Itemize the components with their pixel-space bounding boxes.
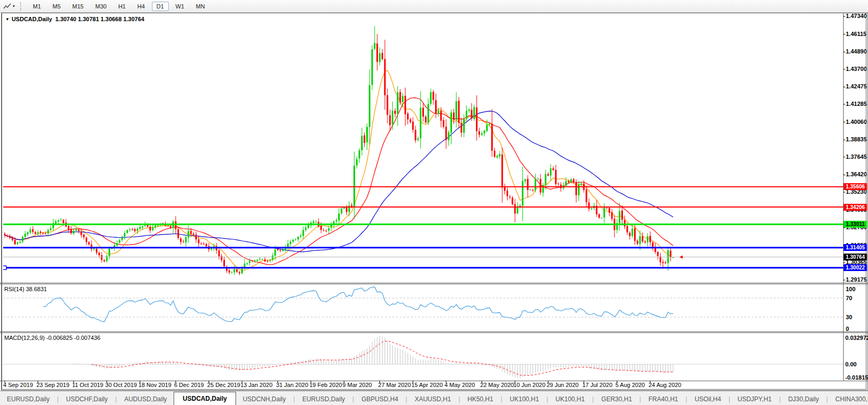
chart-tab-CHINA300,H1[interactable]: CHINA300,H1 (828, 393, 868, 405)
chart-tab-EURUSD,Daily[interactable]: EURUSD,Daily (0, 393, 57, 405)
hline-selection-handle (3, 266, 6, 269)
chart-tab-GER30,H1[interactable]: GER30,H1 (594, 393, 639, 405)
chart-tab-USDCAD,Daily[interactable]: USDCAD,Daily (174, 392, 236, 405)
macd-pane (3, 336, 843, 379)
chart-tab-AUDUSD,Daily[interactable]: AUDUSD,Daily (117, 393, 174, 405)
chart-tab-GBPUSD,H4[interactable]: GBPUSD,H4 (355, 393, 405, 405)
last-price-arrow (680, 255, 683, 258)
chart-tab-HK50,H1[interactable]: HK50,H1 (460, 393, 500, 405)
chart-tab-USDJPY,H1[interactable]: USDJPY,H1 (731, 393, 779, 405)
chart-tab-DJ30,Daily[interactable]: DJ30,Daily (781, 393, 826, 405)
chart-tab-FRA40,H1[interactable]: FRA40,H1 (641, 393, 685, 405)
chart-tab-bar: EURUSD,Daily|USDCHF,Daily|AUDUSD,DailyUS… (0, 391, 868, 405)
chart-tab-UK100,H1[interactable]: UK100,H1 (503, 393, 546, 405)
chart-tab-USOil,H4[interactable]: USOil,H4 (688, 393, 728, 405)
chart-tab-USDCNH,Daily[interactable]: USDCNH,Daily (236, 393, 293, 405)
chart-tab-EURUSD,Daily[interactable]: EURUSD,Daily (295, 393, 352, 405)
main-price-pane (3, 26, 843, 275)
rsi-pane (3, 287, 843, 322)
chart-canvas[interactable] (0, 0, 868, 405)
chart-tab-XAUUSD,H1[interactable]: XAUUSD,H1 (408, 393, 458, 405)
chart-tab-UK100,H1[interactable]: UK100,H1 (549, 393, 592, 405)
chart-tab-USDCHF,Daily[interactable]: USDCHF,Daily (59, 393, 115, 405)
rsi-line (43, 287, 673, 322)
moving-average-8 (5, 70, 673, 271)
